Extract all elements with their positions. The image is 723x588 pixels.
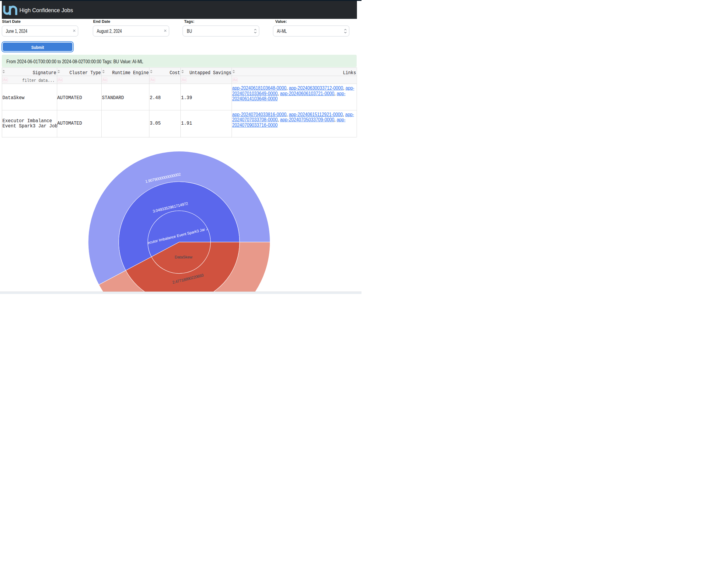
svg-text:DataSkew: DataSkew [175, 255, 193, 259]
